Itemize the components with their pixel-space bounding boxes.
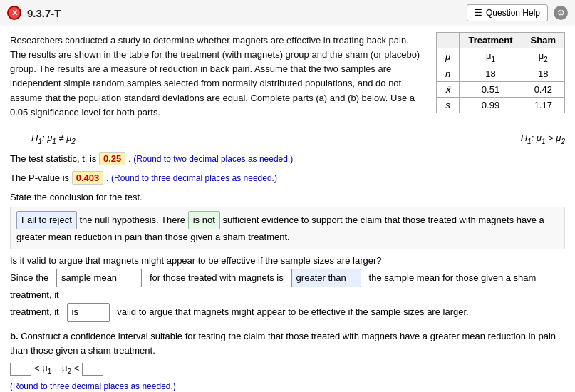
- data-table: Treatment Sham μ μ1 μ2 n 18 18: [436, 32, 565, 113]
- table-header-treatment: Treatment: [460, 33, 522, 48]
- hypothesis-left: H1: μ1 ≠ μ2: [31, 133, 76, 145]
- since-line: Since the sample mean for those treated …: [10, 269, 565, 321]
- conclusion-line: Fail to reject the null hypothesis. Ther…: [10, 207, 565, 249]
- interval-line: < μ1 − μ2 <: [10, 363, 565, 376]
- header-right: ☰ Question Help ⚙: [467, 4, 568, 21]
- dropdown-is[interactable]: is: [67, 303, 110, 321]
- since-end: valid to argue that magnets might appear…: [117, 306, 468, 317]
- dropdown-greater-than[interactable]: greater than: [291, 269, 361, 287]
- table-cell-x2: 0.42: [522, 81, 564, 97]
- dropdown-sample-mean[interactable]: sample mean: [56, 269, 142, 287]
- test-statistic-value: 0.25: [99, 152, 125, 165]
- interval-note: (Round to three decimal places as needed…: [10, 380, 565, 392]
- table-cell-mu-label: μ: [436, 48, 460, 66]
- table-cell-mu1: μ1: [460, 48, 522, 66]
- since-middle: for those treated with magnets is: [150, 272, 284, 283]
- p-value-label: The P-value is: [10, 172, 69, 183]
- test-statistic-label: The test statistic, t, is: [10, 153, 96, 164]
- part-b-text: Construct a confidence interval suitable…: [10, 331, 556, 356]
- hypotheses-row: H1: μ1 ≠ μ2 H1: μ1 > μ2: [31, 133, 565, 145]
- close-icon: ✕: [11, 9, 18, 18]
- since-prefix: Since the: [10, 272, 48, 283]
- table-cell-x-label: x̄: [436, 81, 460, 97]
- header-left: ✕ 9.3.7-T: [7, 6, 61, 20]
- table-row-x: x̄ 0.51 0.42: [436, 81, 564, 97]
- table-row-mu: μ μ1 μ2: [436, 48, 564, 66]
- data-table-container: Treatment Sham μ μ1 μ2 n 18 18: [436, 32, 565, 113]
- question-help-label: Question Help: [486, 8, 540, 18]
- interval-left-input[interactable]: [10, 363, 31, 376]
- conclusion-part2: the null hypothesis. There: [79, 215, 185, 225]
- table-cell-n-label: n: [436, 66, 460, 81]
- list-icon: ☰: [475, 8, 482, 18]
- table-row-n: n 18 18: [436, 66, 564, 81]
- treatment-it-label: treatment, it: [10, 306, 64, 317]
- hypothesis-right: H1: μ1 > μ2: [521, 133, 565, 145]
- table-cell-s1: 0.99: [460, 97, 522, 113]
- close-button[interactable]: ✕: [7, 6, 21, 20]
- table-cell-mu2: μ2: [522, 48, 564, 66]
- interval-note-text: (Round to three decimal places as needed…: [10, 381, 176, 391]
- problem-section: Treatment Sham μ μ1 μ2 n 18 18: [10, 33, 565, 127]
- table-cell-x1: 0.51: [460, 81, 522, 97]
- test-statistic-line: The test statistic, t, is 0.25 . (Round …: [10, 152, 565, 167]
- conclusion-is-not[interactable]: is not: [188, 211, 220, 229]
- question-help-button[interactable]: ☰ Question Help: [467, 4, 548, 21]
- state-conclusion-header: State the conclusion for the test.: [10, 192, 565, 202]
- validity-question: Is it valid to argue that magnets might …: [10, 255, 565, 266]
- table-cell-s-label: s: [436, 97, 460, 113]
- table-cell-n2: 18: [522, 66, 564, 81]
- p-value-value: 0.403: [72, 171, 104, 185]
- main-content: Treatment Sham μ μ1 μ2 n 18 18: [0, 26, 575, 392]
- table-header-sham: Sham: [522, 33, 564, 48]
- conclusion-fail-to-reject[interactable]: Fail to reject: [16, 211, 77, 229]
- interval-mu-expr: < μ1 − μ2 <: [34, 363, 79, 376]
- version-label: 9.3.7-T: [27, 7, 61, 19]
- table-cell-s2: 1.17: [522, 97, 564, 113]
- interval-right-input[interactable]: [82, 363, 103, 376]
- table-cell-n1: 18: [460, 66, 522, 81]
- part-b-label: b.: [10, 331, 19, 341]
- p-value-line: The P-value is 0.403 . (Round to three d…: [10, 171, 565, 186]
- table-row-s: s 0.99 1.17: [436, 97, 564, 113]
- part-b: b. Construct a confidence interval suita…: [10, 329, 565, 359]
- p-value-note: (Round to three decimal places as needed…: [111, 173, 277, 183]
- test-statistic-note: (Round to two decimal places as needed.): [133, 154, 293, 164]
- header: ✕ 9.3.7-T ☰ Question Help ⚙: [0, 0, 575, 26]
- table-header-empty: [436, 33, 460, 48]
- settings-icon[interactable]: ⚙: [554, 6, 568, 20]
